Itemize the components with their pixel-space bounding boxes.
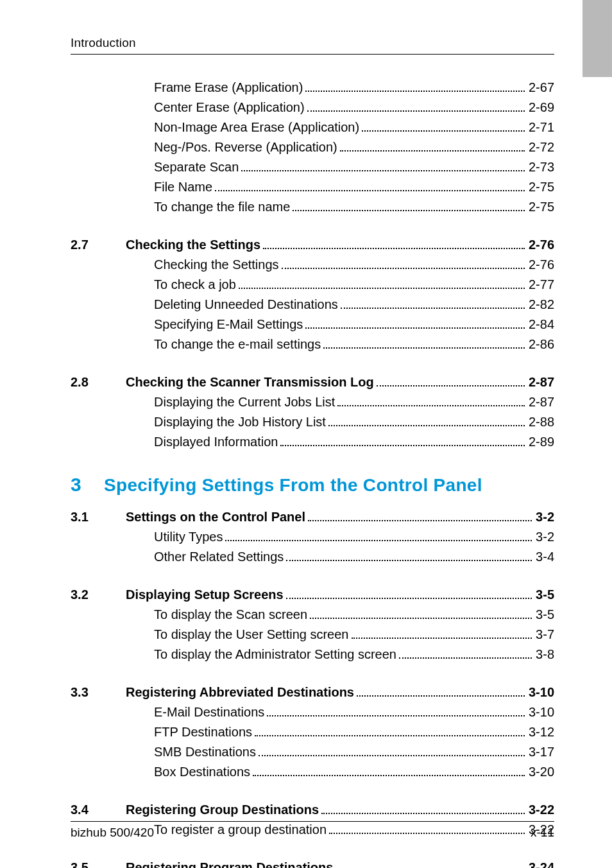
entry-title: Deleting Unneeded Destinations bbox=[154, 295, 338, 315]
toc-line-body: Specifying E-Mail Settings 2-84 bbox=[154, 315, 554, 334]
toc-block: 3.5Registering Program Destinations 3-24… bbox=[71, 858, 554, 868]
toc-line-body: File Name 2-75 bbox=[154, 177, 554, 197]
dot-leader bbox=[286, 586, 532, 599]
entry-title: FTP Destinations bbox=[154, 722, 252, 742]
dot-leader bbox=[307, 99, 525, 112]
toc-entry: To change the e-mail settings 2-86 bbox=[71, 334, 554, 354]
toc-chapter-sections: 3.1Settings on the Control Panel 3-2Util… bbox=[71, 507, 554, 868]
dot-leader bbox=[310, 606, 532, 619]
toc-line-body: To display the Administrator Setting scr… bbox=[154, 645, 554, 664]
section-title: Checking the Scanner Transmission Log bbox=[126, 372, 374, 392]
section-title: Registering Program Destinations bbox=[126, 858, 333, 868]
toc-entry: Separate Scan 2-73 bbox=[71, 157, 554, 177]
page-ref: 2-75 bbox=[529, 177, 554, 197]
entry-title: File Name bbox=[154, 177, 212, 197]
toc-entry: To change the file name 2-75 bbox=[71, 197, 554, 217]
section-number: 3.2 bbox=[71, 585, 126, 605]
section-number: 2.8 bbox=[71, 372, 126, 392]
toc-entry: Utility Types 3-2 bbox=[71, 527, 554, 547]
page-ref: 2-75 bbox=[529, 197, 554, 217]
toc-entry: Specifying E-Mail Settings 2-84 bbox=[71, 315, 554, 334]
entry-title: To check a job bbox=[154, 275, 236, 295]
running-head-title: Introduction bbox=[71, 36, 136, 50]
toc-block: 3.3Registering Abbreviated Destinations … bbox=[71, 682, 554, 782]
toc-line-body: Frame Erase (Application) 2-67 bbox=[154, 78, 554, 98]
page-ref: 3-10 bbox=[529, 682, 554, 702]
page-ref: 3-20 bbox=[529, 762, 554, 782]
page-ref: 2-87 bbox=[529, 392, 554, 412]
page-ref: 3-5 bbox=[536, 605, 554, 625]
page-ref: 3-24 bbox=[529, 858, 554, 868]
entry-title: Utility Types bbox=[154, 527, 223, 547]
section-number: 3.4 bbox=[71, 800, 126, 820]
dot-leader bbox=[308, 508, 532, 521]
entry-title: Displaying the Job History List bbox=[154, 412, 326, 432]
toc-line-body: Non-Image Area Erase (Application) 2-71 bbox=[154, 117, 554, 137]
toc-section-head: 2.8Checking the Scanner Transmission Log… bbox=[71, 372, 554, 392]
toc-line-body: Checking the Scanner Transmission Log 2-… bbox=[126, 372, 554, 392]
page-ref: 3-12 bbox=[529, 722, 554, 742]
entry-title: E-Mail Destinations bbox=[154, 702, 264, 722]
page-footer: bizhub 500/420 x-11 bbox=[71, 821, 554, 840]
toc-block: 3.1Settings on the Control Panel 3-2Util… bbox=[71, 507, 554, 567]
page-ref: 2-67 bbox=[529, 78, 554, 98]
dot-leader bbox=[267, 704, 525, 716]
toc-line-body: Checking the Settings 2-76 bbox=[154, 255, 554, 275]
dot-leader bbox=[336, 859, 525, 868]
toc-entry: FTP Destinations 3-12 bbox=[71, 722, 554, 742]
page-ref: 3-10 bbox=[529, 702, 554, 722]
dot-leader bbox=[357, 684, 525, 697]
dot-leader bbox=[377, 374, 525, 386]
entry-title: Other Related Settings bbox=[154, 547, 284, 567]
toc-entry: E-Mail Destinations 3-10 bbox=[71, 702, 554, 722]
entry-title: To display the Administrator Setting scr… bbox=[154, 645, 396, 664]
toc-line-body: Displayed Information 2-89 bbox=[154, 432, 554, 452]
toc-line-body: Center Erase (Application) 2-69 bbox=[154, 98, 554, 117]
page-ref: 2-77 bbox=[529, 275, 554, 295]
toc-entry: Center Erase (Application) 2-69 bbox=[71, 98, 554, 117]
toc-line-body: Neg-/Pos. Reverse (Application) 2-72 bbox=[154, 137, 554, 157]
entry-title: To display the User Setting screen bbox=[154, 625, 349, 645]
entry-title: SMB Destinations bbox=[154, 742, 256, 762]
toc-section-head: 3.2Displaying Setup Screens 3-5 bbox=[71, 585, 554, 605]
toc-line-body: To display the User Setting screen 3-7 bbox=[154, 625, 554, 645]
toc-section-head: 3.5Registering Program Destinations 3-24 bbox=[71, 858, 554, 868]
dot-leader bbox=[259, 743, 525, 756]
toc-entry: Non-Image Area Erase (Application) 2-71 bbox=[71, 117, 554, 137]
toc-block: 2.8Checking the Scanner Transmission Log… bbox=[71, 372, 554, 452]
page-ref: 3-22 bbox=[529, 800, 554, 820]
toc-pre-chapter: Frame Erase (Application) 2-67Center Era… bbox=[71, 78, 554, 452]
toc-line-body: To change the file name 2-75 bbox=[154, 197, 554, 217]
section-number: 2.7 bbox=[71, 235, 126, 255]
toc-entry: To check a job 2-77 bbox=[71, 275, 554, 295]
page-ref: 2-82 bbox=[529, 295, 554, 315]
entry-title: To change the e-mail settings bbox=[154, 334, 321, 354]
toc-section-head: 3.4Registering Group Destinations 3-22 bbox=[71, 800, 554, 820]
toc-line-body: Displaying Setup Screens 3-5 bbox=[126, 585, 554, 605]
toc-section-head: 2.7Checking the Settings 2-76 bbox=[71, 235, 554, 255]
dot-leader bbox=[225, 528, 532, 541]
entry-title: Displaying the Current Jobs List bbox=[154, 392, 335, 412]
page-ref: 2-76 bbox=[529, 235, 554, 255]
entry-title: Non-Image Area Erase (Application) bbox=[154, 117, 359, 137]
page-ref: 2-89 bbox=[529, 432, 554, 452]
running-head: Introduction bbox=[71, 36, 554, 55]
page-ref: 3-2 bbox=[536, 527, 554, 547]
toc-line-body: Deleting Unneeded Destinations 2-82 bbox=[154, 295, 554, 315]
toc-entry: To display the Scan screen 3-5 bbox=[71, 605, 554, 625]
section-number: 3.1 bbox=[71, 507, 126, 527]
toc-line-body: Settings on the Control Panel 3-2 bbox=[126, 507, 554, 527]
page-ref: 2-73 bbox=[529, 157, 554, 177]
toc-line-body: To display the Scan screen 3-5 bbox=[154, 605, 554, 625]
thumb-tab bbox=[582, 0, 612, 77]
toc-line-body: Separate Scan 2-73 bbox=[154, 157, 554, 177]
toc-entry: Other Related Settings 3-4 bbox=[71, 547, 554, 567]
toc-entry: Neg-/Pos. Reverse (Application) 2-72 bbox=[71, 137, 554, 157]
entry-title: To display the Scan screen bbox=[154, 605, 307, 625]
toc-block: 3.2Displaying Setup Screens 3-5To displa… bbox=[71, 585, 554, 664]
toc-section-head: 3.1Settings on the Control Panel 3-2 bbox=[71, 507, 554, 527]
toc-entry: SMB Destinations 3-17 bbox=[71, 742, 554, 762]
toc-block: Frame Erase (Application) 2-67Center Era… bbox=[71, 78, 554, 217]
toc-block: 2.7Checking the Settings 2-76Checking th… bbox=[71, 235, 554, 354]
page-ref: 2-72 bbox=[529, 137, 554, 157]
